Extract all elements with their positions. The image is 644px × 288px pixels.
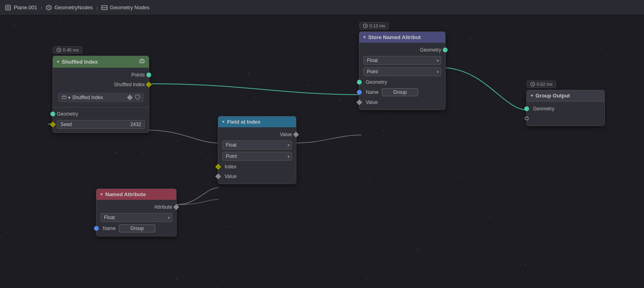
shuffled-index-time-value: 0.46 ms	[63, 48, 79, 52]
svg-rect-213	[63, 95, 65, 97]
breadcrumb-geonodes[interactable]: GeometryNodes	[46, 4, 93, 11]
subnode-print-icon	[62, 95, 67, 100]
breadcrumb-plane[interactable]: Plane.001	[5, 4, 38, 11]
geonodes-label: GeometryNodes	[54, 4, 93, 10]
name-label: Name	[363, 89, 379, 95]
attr-output-row: Attribute	[96, 202, 176, 212]
shuffled-index-timer: 0.46 ms	[53, 46, 82, 54]
seed-label: Seed	[60, 122, 72, 127]
name-input[interactable]	[382, 88, 418, 96]
named-attr-body: Attribute Float Name	[96, 200, 176, 236]
geometry-label: Geometry	[57, 111, 78, 117]
seed-field[interactable]: Seed 2432	[57, 120, 145, 129]
float-row: Float	[218, 139, 296, 151]
float-select-wrapper: Float	[222, 141, 292, 149]
geometry-in-socket[interactable]	[357, 80, 362, 85]
shuffled-index-output-label: Shuffled Index	[114, 82, 145, 87]
topbar: Plane.001 › GeometryNodes › Geometry Nod…	[0, 0, 644, 15]
name-input-2[interactable]	[119, 224, 155, 232]
svg-line-208	[59, 50, 60, 51]
svg-point-203	[102, 7, 103, 8]
svg-line-219	[533, 84, 534, 85]
node-canvas: 0.46 ms ▾ Shuffled Index Points Shuffled	[0, 15, 644, 288]
collapse-arrow-3: ▾	[363, 35, 366, 40]
value-in-row: Value	[359, 97, 445, 107]
value2-socket[interactable]	[215, 174, 221, 179]
group-output-timer: 0.62 ms	[527, 81, 556, 88]
shuffled-index-socket[interactable]	[146, 82, 152, 87]
group-output-time-value: 0.62 ms	[537, 82, 552, 87]
name-socket-2[interactable]	[94, 226, 99, 231]
editor-icon	[101, 4, 108, 11]
shuffled-index-body: Points Shuffled Index ▾ Shuffled Index	[53, 68, 149, 133]
geometry-socket[interactable]	[50, 112, 55, 116]
geometry-in-row: Geometry	[359, 77, 445, 87]
collapse-arrow: ▾	[57, 59, 59, 64]
value-output-socket[interactable]	[293, 132, 299, 137]
geometry-in-label: Geometry	[363, 79, 387, 85]
attr-output-label: Attribute	[154, 204, 172, 210]
geometry-out-row: Geometry	[359, 45, 445, 55]
shuffled-index-header[interactable]: ▾ Shuffled Index	[53, 56, 149, 68]
store-named-attr-node[interactable]: 0.13 ms ▾ Store Named Attribut Geometry …	[359, 31, 446, 110]
store-named-body: Geometry Float Point	[359, 43, 445, 110]
index-socket[interactable]	[215, 164, 221, 170]
geo-input-socket[interactable]	[524, 106, 529, 111]
seed-row: Seed 2432	[53, 119, 149, 130]
seed-socket[interactable]	[50, 122, 56, 127]
timer-icon-2	[363, 23, 368, 28]
plane-label: Plane.001	[14, 4, 38, 10]
field-at-index-node[interactable]: ▾ Field at Index Value Float	[218, 116, 296, 184]
group-output-body: Geometry	[527, 102, 604, 126]
store-named-title: Store Named Attribut	[368, 34, 421, 40]
named-attr-node[interactable]: ▾ Named Attribute Attribute Float Name	[96, 189, 177, 236]
subnode-header[interactable]: ▾ Shuffled Index	[58, 93, 144, 102]
empty-socket-row	[527, 114, 604, 123]
print-icon[interactable]	[139, 58, 145, 65]
named-attr-header[interactable]: ▾ Named Attribute	[96, 189, 176, 200]
group-output-node[interactable]: 0.62 ms ▾ Group Output Geometry	[526, 90, 605, 126]
float-select-3[interactable]: Float	[100, 213, 172, 222]
geometry-out-socket[interactable]	[443, 48, 448, 52]
svg-rect-210	[140, 59, 144, 60]
svg-point-204	[104, 7, 105, 8]
float-select[interactable]: Float	[222, 141, 292, 149]
geometry-out-label: Geometry	[420, 47, 441, 53]
empty-socket[interactable]	[525, 116, 529, 120]
svg-line-216	[365, 26, 367, 27]
points-label: Points	[131, 72, 145, 78]
seed-value: 2432	[130, 122, 141, 127]
attr-output-socket[interactable]	[173, 204, 179, 210]
svg-point-205	[105, 7, 106, 8]
index-label: Index	[222, 164, 236, 170]
store-named-header[interactable]: ▾ Store Named Attribut	[359, 32, 445, 43]
name-row-2: Name	[96, 223, 176, 234]
subnode-title: Shuffled Index	[72, 95, 103, 100]
value-in-socket[interactable]	[356, 99, 362, 105]
field-at-index-header[interactable]: ▾ Field at Index	[218, 116, 296, 127]
name-socket[interactable]	[357, 90, 362, 95]
points-socket[interactable]	[146, 73, 151, 77]
field-at-index-body: Value Float Point	[218, 127, 296, 184]
group-output-title: Group Output	[536, 93, 570, 99]
point-select-wrapper: Point	[222, 152, 292, 161]
editor-label: Geometry Nodes	[110, 4, 150, 10]
shield-icon	[135, 94, 140, 101]
point-row-2: Point	[359, 66, 445, 77]
float-select-2[interactable]: Float	[363, 56, 441, 65]
point-select[interactable]: Point	[222, 152, 292, 161]
sep1: ›	[41, 4, 43, 11]
float-row-2: Float	[359, 55, 445, 66]
index-row: Index	[218, 162, 296, 172]
point-row: Point	[218, 151, 296, 162]
collapse-arrow-4: ▾	[100, 192, 103, 197]
collapse-arrow-2: ▾	[222, 119, 225, 124]
store-named-timer: 0.13 ms	[359, 22, 389, 29]
timer-icon	[56, 48, 61, 52]
breadcrumb-editor[interactable]: Geometry Nodes	[101, 4, 150, 11]
group-output-header[interactable]: ▾ Group Output	[527, 90, 604, 102]
subnode-right-socket[interactable]	[127, 95, 133, 100]
point-select-2[interactable]: Point	[363, 67, 441, 76]
shuffled-index-node[interactable]: 0.46 ms ▾ Shuffled Index Points Shuffled	[52, 56, 149, 133]
value-in-label: Value	[363, 99, 378, 105]
